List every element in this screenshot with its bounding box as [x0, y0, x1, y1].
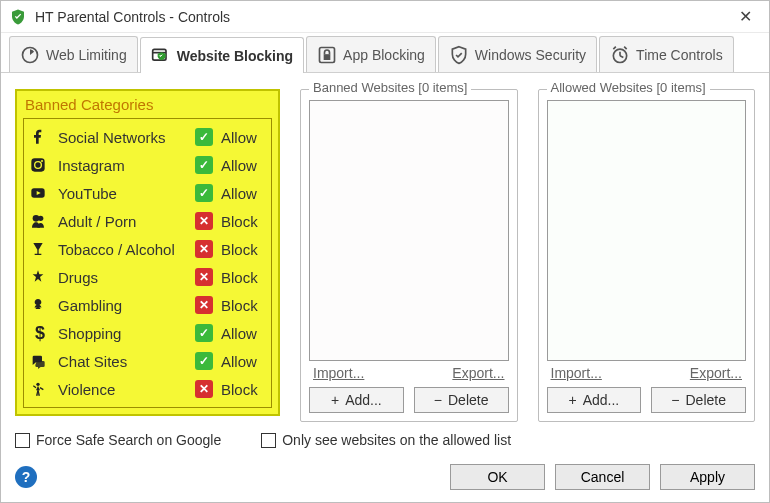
category-row[interactable]: Tobacco / Alcohol✕Block [30, 235, 265, 263]
block-icon: ✕ [195, 380, 213, 398]
allowed-websites-list[interactable] [547, 100, 747, 361]
banned-add-button[interactable]: +Add... [309, 387, 404, 413]
category-name: Instagram [58, 157, 187, 174]
category-name: Drugs [58, 269, 187, 286]
block-icon: ✕ [195, 268, 213, 286]
tab-label: App Blocking [343, 47, 425, 63]
banned-delete-button[interactable]: −Delete [414, 387, 509, 413]
app-shield-icon [9, 8, 27, 26]
category-row[interactable]: Gambling✕Block [30, 291, 265, 319]
allowed-import-link[interactable]: Import... [551, 365, 602, 381]
category-name: Gambling [58, 297, 187, 314]
window-title: HT Parental Controls - Controls [35, 9, 729, 25]
category-row[interactable]: Adult / Porn✕Block [30, 207, 265, 235]
category-name: Shopping [58, 325, 187, 342]
alarm-clock-icon [610, 45, 630, 65]
category-name: Chat Sites [58, 353, 187, 370]
drugs-icon [30, 269, 50, 285]
category-status: Block [221, 297, 265, 314]
violence-icon [30, 381, 50, 397]
ok-button[interactable]: OK [450, 464, 545, 490]
svg-point-7 [41, 160, 43, 162]
banned-categories-panel: Banned Categories Social Networks✓AllowI… [15, 83, 280, 422]
shield-check-icon [449, 45, 469, 65]
youtube-icon [30, 185, 50, 201]
tab-windows-security[interactable]: Windows Security [438, 36, 597, 72]
category-row[interactable]: Social Networks✓Allow [30, 123, 265, 151]
svg-point-10 [38, 216, 43, 221]
tab-web-limiting[interactable]: Web Limiting [9, 36, 138, 72]
category-row[interactable]: Violence✕Block [30, 375, 265, 403]
category-row[interactable]: YouTube✓Allow [30, 179, 265, 207]
category-name: Tobacco / Alcohol [58, 241, 187, 258]
category-name: Adult / Porn [58, 213, 187, 230]
category-status: Block [221, 213, 265, 230]
plus-icon: + [568, 392, 576, 408]
category-status: Allow [221, 353, 265, 370]
tab-label: Web Limiting [46, 47, 127, 63]
svg-point-11 [36, 383, 39, 386]
content-area: Banned Categories Social Networks✓AllowI… [1, 73, 769, 454]
help-icon[interactable]: ? [15, 466, 37, 488]
banned-websites-title: Banned Websites [0 items] [309, 80, 471, 95]
tab-app-blocking[interactable]: App Blocking [306, 36, 436, 72]
checkbox-icon [261, 433, 276, 448]
category-status: Allow [221, 325, 265, 342]
lock-icon [317, 45, 337, 65]
block-icon: ✕ [195, 240, 213, 258]
category-row[interactable]: Drugs✕Block [30, 263, 265, 291]
allowed-delete-button[interactable]: −Delete [651, 387, 746, 413]
category-status: Allow [221, 129, 265, 146]
banned-categories-title: Banned Categories [19, 93, 276, 118]
category-row[interactable]: Instagram✓Allow [30, 151, 265, 179]
tab-label: Time Controls [636, 47, 723, 63]
facebook-icon [30, 129, 50, 145]
close-button[interactable]: ✕ [729, 5, 761, 29]
tab-time-controls[interactable]: Time Controls [599, 36, 734, 72]
category-status: Allow [221, 157, 265, 174]
block-icon: ✕ [195, 212, 213, 230]
browser-shield-icon [151, 46, 171, 66]
allowed-websites-title: Allowed Websites [0 items] [547, 80, 710, 95]
dialog-footer: ? OK Cancel Apply [1, 454, 769, 502]
instagram-icon [30, 157, 50, 173]
allowed-add-button[interactable]: +Add... [547, 387, 642, 413]
category-name: YouTube [58, 185, 187, 202]
tab-label: Website Blocking [177, 48, 293, 64]
apply-button[interactable]: Apply [660, 464, 755, 490]
safe-search-checkbox[interactable]: Force Safe Search on Google [15, 432, 221, 448]
minus-icon: − [434, 392, 442, 408]
banned-import-link[interactable]: Import... [313, 365, 364, 381]
category-name: Social Networks [58, 129, 187, 146]
category-status: Block [221, 241, 265, 258]
tab-label: Windows Security [475, 47, 586, 63]
category-row[interactable]: $Shopping✓Allow [30, 319, 265, 347]
allowed-export-link[interactable]: Export... [690, 365, 742, 381]
allow-icon: ✓ [195, 128, 213, 146]
tab-website-blocking[interactable]: Website Blocking [140, 37, 304, 73]
category-name: Violence [58, 381, 187, 398]
allowed-only-checkbox[interactable]: Only see websites on the allowed list [261, 432, 511, 448]
options-row: Force Safe Search on Google Only see web… [15, 432, 755, 448]
block-icon: ✕ [195, 296, 213, 314]
svg-rect-3 [324, 54, 331, 60]
category-status: Block [221, 269, 265, 286]
cancel-button[interactable]: Cancel [555, 464, 650, 490]
category-row[interactable]: Chat Sites✓Allow [30, 347, 265, 375]
minus-icon: − [671, 392, 679, 408]
adult-icon [30, 213, 50, 229]
alcohol-icon [30, 241, 50, 257]
titlebar: HT Parental Controls - Controls ✕ [1, 1, 769, 33]
allow-icon: ✓ [195, 324, 213, 342]
allowed-only-label: Only see websites on the allowed list [282, 432, 511, 448]
allow-icon: ✓ [195, 352, 213, 370]
plus-icon: + [331, 392, 339, 408]
chat-icon [30, 353, 50, 369]
gambling-icon [30, 297, 50, 313]
banned-export-link[interactable]: Export... [452, 365, 504, 381]
tab-bar: Web Limiting Website Blocking App Blocki… [1, 33, 769, 73]
allow-icon: ✓ [195, 184, 213, 202]
checkbox-icon [15, 433, 30, 448]
banned-websites-list[interactable] [309, 100, 509, 361]
category-status: Block [221, 381, 265, 398]
